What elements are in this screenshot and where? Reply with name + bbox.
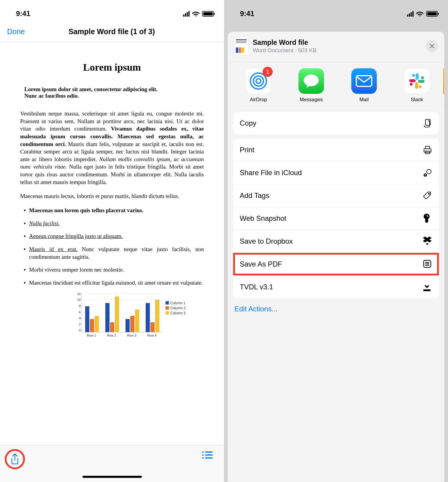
doc-intro-line2: Nunc ac faucibus odio. bbox=[24, 93, 79, 99]
more-app-peek[interactable] bbox=[443, 68, 444, 103]
doc-paragraph-1: Vestibulum neque massa, scelerisque sit … bbox=[20, 110, 204, 186]
slack-app[interactable]: Slack bbox=[390, 68, 443, 103]
document-icon bbox=[423, 259, 432, 269]
list-item: Mauris id ex erat. Nunc vulputate neque … bbox=[29, 245, 204, 261]
share-icon[interactable] bbox=[10, 453, 20, 465]
print-action[interactable]: Print bbox=[233, 139, 439, 161]
action-card: Copy bbox=[233, 112, 439, 134]
doc-bullet-list: Maecenas non lorem quis tellus placerat … bbox=[20, 207, 204, 286]
share-button-highlight bbox=[5, 449, 25, 469]
printer-icon bbox=[423, 145, 432, 155]
share-icloud-action[interactable]: Share File in iCloud bbox=[233, 161, 439, 184]
save-dropbox-action[interactable]: Save to Dropbox bbox=[233, 230, 439, 253]
list-item: Maecenas tincidunt est efficitur ligula … bbox=[29, 279, 204, 287]
svg-point-2 bbox=[202, 457, 204, 459]
add-tags-action[interactable]: Add Tags bbox=[233, 184, 439, 207]
file-title: Sample Word file bbox=[253, 39, 317, 47]
chart-figure: 121086420 Row 1Row 2Row 3Row 4 Column 1C… bbox=[74, 292, 204, 340]
chart-plot bbox=[81, 294, 163, 332]
file-thumbnail bbox=[234, 37, 249, 56]
svg-rect-3 bbox=[205, 451, 213, 453]
battery-icon bbox=[202, 11, 214, 17]
messages-label: Messages bbox=[300, 97, 323, 103]
mail-app[interactable]: Mail bbox=[338, 68, 390, 103]
svg-rect-4 bbox=[205, 454, 213, 456]
share-sheet: Sample Word file Word Document · 503 KB … bbox=[228, 31, 444, 482]
tag-icon bbox=[423, 191, 432, 200]
document-preview[interactable]: Lorem ipsum Lorem ipsum dolor sit amet, … bbox=[0, 42, 224, 340]
airdrop-badge: 1 bbox=[263, 67, 273, 77]
chart-legend: Column 1Column 2Column 3 bbox=[166, 301, 185, 316]
svg-point-16 bbox=[419, 85, 422, 88]
chart-x-axis: Row 1Row 2Row 3Row 4 bbox=[81, 334, 163, 340]
doc-heading: Lorem ipsum bbox=[20, 62, 204, 73]
status-time: 9:41 bbox=[16, 9, 30, 18]
svg-point-1 bbox=[202, 454, 204, 456]
status-icons bbox=[407, 11, 438, 17]
svg-point-24 bbox=[428, 193, 430, 194]
svg-rect-12 bbox=[415, 82, 418, 89]
svg-point-7 bbox=[253, 76, 263, 86]
copy-icon bbox=[423, 118, 432, 128]
tvdl-action[interactable]: TVDL v3.1 bbox=[233, 276, 439, 298]
doc-intro: Lorem ipsum dolor sit amet, consectetur … bbox=[24, 86, 204, 99]
list-item: Nulla facilisi. bbox=[29, 220, 204, 227]
chart-y-axis: 121086420 bbox=[74, 292, 81, 332]
action-card: Print Share File in iCloud Add Tags Web … bbox=[233, 139, 439, 298]
slack-label: Slack bbox=[411, 97, 423, 103]
svg-rect-5 bbox=[205, 457, 213, 459]
status-bar: 9:41 bbox=[224, 0, 448, 22]
action-list-container: Copy Print Share File in iCloud Add Tags bbox=[228, 106, 444, 320]
list-icon[interactable] bbox=[202, 451, 213, 459]
save-as-pdf-action[interactable]: Save As PDF bbox=[233, 253, 439, 276]
svg-point-15 bbox=[421, 76, 424, 79]
close-icon bbox=[429, 43, 435, 49]
web-snapshot-action[interactable]: Web Snapshot bbox=[233, 207, 439, 230]
app-icon-peek bbox=[443, 68, 444, 94]
svg-point-14 bbox=[412, 74, 415, 77]
status-time: 9:41 bbox=[240, 9, 254, 18]
messages-app[interactable]: Messages bbox=[285, 68, 338, 103]
nav-header: Done Sample Word file (1 of 3) bbox=[0, 22, 224, 42]
copy-action[interactable]: Copy bbox=[233, 112, 439, 134]
airdrop-icon: 1 bbox=[246, 68, 271, 94]
status-bar: 9:41 bbox=[0, 0, 224, 22]
list-item: Morbi viverra semper lorem nec molestie. bbox=[29, 266, 204, 274]
share-app-row: 1 AirDrop Messages Mail Slack bbox=[228, 62, 444, 106]
download-icon bbox=[423, 282, 432, 292]
doc-intro-line1: Lorem ipsum dolor sit amet, consectetur … bbox=[24, 86, 158, 92]
messages-icon bbox=[298, 68, 324, 94]
right-phone-screen: 9:41 Sample Word file Word Document · 50… bbox=[224, 0, 448, 482]
cellular-icon bbox=[407, 11, 414, 17]
file-subtitle: Word Document · 503 KB bbox=[253, 47, 317, 54]
add-tags-label: Add Tags bbox=[240, 191, 269, 200]
svg-point-6 bbox=[256, 79, 261, 83]
doc-paragraph-2: Maecenas mauris lectus, lobortis et puru… bbox=[20, 192, 204, 200]
left-phone-screen: 9:41 Done Sample Word file (1 of 3) Lore… bbox=[0, 0, 224, 482]
svg-rect-19 bbox=[424, 149, 431, 152]
svg-rect-11 bbox=[418, 80, 425, 83]
icloud-share-icon bbox=[423, 168, 432, 177]
airdrop-label: AirDrop bbox=[250, 97, 267, 103]
slack-icon bbox=[404, 68, 430, 94]
home-indicator bbox=[82, 476, 142, 478]
svg-point-17 bbox=[410, 83, 413, 86]
share-sheet-header: Sample Word file Word Document · 503 KB bbox=[228, 32, 444, 62]
airdrop-app[interactable]: 1 AirDrop bbox=[232, 68, 285, 103]
close-button[interactable] bbox=[426, 40, 438, 52]
svg-point-0 bbox=[202, 451, 204, 453]
list-item: Aenean congue fringilla justo ut aliquam… bbox=[29, 232, 204, 240]
svg-rect-13 bbox=[409, 79, 416, 82]
dropbox-icon bbox=[423, 237, 432, 246]
wifi-icon bbox=[416, 11, 424, 17]
svg-rect-10 bbox=[416, 73, 419, 80]
save-as-pdf-label: Save As PDF bbox=[240, 260, 282, 268]
wifi-icon bbox=[192, 11, 200, 17]
svg-point-22 bbox=[427, 169, 431, 174]
share-icloud-label: Share File in iCloud bbox=[240, 169, 302, 177]
mail-label: Mail bbox=[359, 97, 368, 103]
edit-actions-button[interactable]: Edit Actions... bbox=[233, 302, 439, 315]
web-snapshot-icon bbox=[423, 214, 432, 223]
cellular-icon bbox=[183, 11, 190, 17]
print-label: Print bbox=[240, 146, 254, 154]
